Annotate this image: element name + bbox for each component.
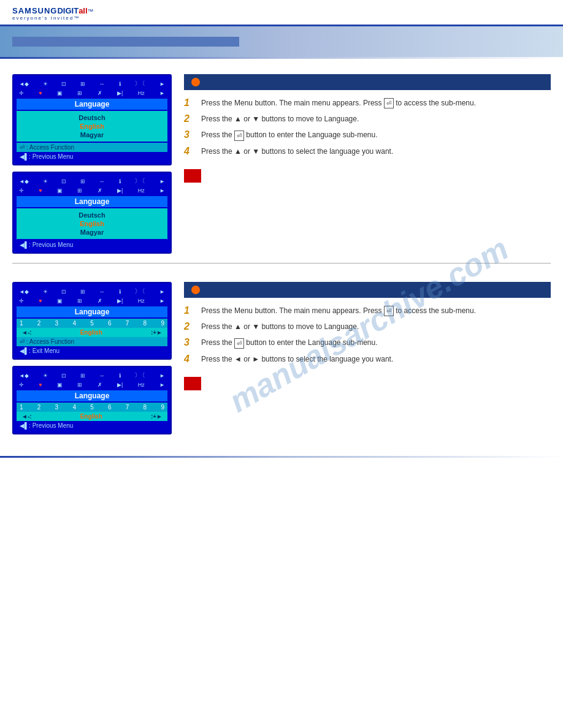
slider-left-2: ◄-: [21,413,32,420]
step-2-1: 1 Press the Menu button. The main menu a… [184,305,551,316]
slider-left-1: ◄-: [21,329,32,336]
osd-slider-1: ◄-: English :+► [17,328,167,337]
step-num-2-4: 4 [184,354,196,365]
step-num-2-1: 1 [184,305,196,316]
step-text-1-2: Press the ▲ or ▼ buttons to move to Lang… [201,113,359,124]
osd-title-1: Language [17,99,167,110]
osd-prev-1: ◀▌: Previous Menu [17,152,167,161]
osd-icons-row-1: ◄◆ ☀ ⊡ ⊞ ↔ ℹ 〕〔 ► [17,78,167,89]
section-divider [12,263,551,264]
step-1-3: 3 Press the ⏎ button to enter the Langua… [184,129,551,140]
enter-icon-3: ⏎ [384,306,394,316]
section-1: ◄◆ ☀ ⊡ ⊞ ↔ ℹ 〕〔 ► ✛ ♥ ▣ ⊞ ✗ ▶| Hz [0,65,563,263]
osd-icon-hz: Hz [138,90,145,96]
section-1-header [184,74,551,90]
slider-right-1: :+► [151,329,163,336]
logo-area: SAMSUNG DIGITall ™ everyone's Invited™ [12,6,94,21]
osd-slider-2: ◄-: English :+► [17,412,167,421]
orange-dot-1 [191,78,200,86]
osd-icons-row-3: ◄◆☀⊡⊞↔ℹ〕〔► [17,176,167,186]
osd-icon-info: ℹ [119,81,121,87]
osd-item-english-1: English [21,122,163,131]
step-text-2-3: Press the ⏎ button to enter the Language… [201,337,378,348]
section-2: ◄◆☀⊡⊞↔ℹ〕〔► ✛♥▣⊞✗▶|Hz► Language 123456789… [0,273,563,444]
logo-subtitle: everyone's Invited™ [12,15,94,21]
osd-monitor-2: ◄◆☀⊡⊞↔ℹ〕〔► ✛♥▣⊞✗▶|Hz► Language Deutsch E… [12,172,172,254]
osd-icons-row-5: ◄◆☀⊡⊞↔ℹ〕〔► [17,286,167,297]
main-divider [0,57,563,59]
osd-content-2: Deutsch English Magyar [17,208,167,239]
osd-access-1: ⏎ : Access Function [17,143,167,152]
step-num-2-2: 2 [184,321,196,332]
section-2-header [184,282,551,298]
step-text-1-4: Press the ▲ or ▼ buttons to select the l… [201,146,393,157]
step-num-1-3: 3 [184,129,196,140]
header-bar [0,26,563,57]
red-square-1 [184,169,201,183]
osd-icon-brightness: ☀ [43,81,48,87]
footer-divider [0,456,563,458]
osd-icons-row-6: ✛♥▣⊞✗▶|Hz► [17,297,167,305]
digit-logo: DIGIT [57,6,79,15]
slider-label-2: English [80,413,102,420]
step-num-1-1: 1 [184,97,196,108]
osd-prev-4: ◀▌: Previous Menu [17,421,167,430]
instructions-2: 1 Press the Menu button. The main menu a… [184,282,551,434]
osd-title-3: Language [17,306,167,317]
osd-monitor-3: ◄◆☀⊡⊞↔ℹ〕〔► ✛♥▣⊞✗▶|Hz► Language 123456789… [12,282,172,360]
step-text-1-1: Press the Menu button. The main menu app… [201,97,476,108]
enter-icon-4: ⏎ [234,338,244,349]
enter-icon-2: ⏎ [234,131,244,141]
all-logo: all [79,6,87,15]
osd-icon-grid: ⊞ [77,90,82,96]
osd-access-2: ⏎ : Access Function [17,337,167,346]
step-text-1-3: Press the ⏎ button to enter the Language… [201,129,378,140]
osd-icon-size: ⊡ [61,81,66,87]
osd-icon-pos: ⊞ [80,81,85,87]
osd-content-1: Deutsch English Magyar [17,111,167,142]
osd-icon-heart: ♥ [39,90,42,96]
osd-icons-row-8: ✛♥▣⊞✗▶|Hz► [17,381,167,389]
red-square-2 [184,377,201,390]
instructions-1: 1 Press the Menu button. The main menu a… [184,74,551,254]
header-bar-title [12,37,239,47]
step-text-2-2: Press the ▲ or ▼ buttons to move to Lang… [201,321,359,332]
osd-nums-1: 123456789 [17,319,167,328]
orange-dot-2 [191,286,200,294]
step-text-2-4: Press the ◄ or ► buttons to select the l… [201,354,393,365]
osd-icons-row-7: ◄◆☀⊡⊞↔ℹ〕〔► [17,370,167,381]
red-indicator-2 [184,372,551,392]
osd-icon-arrow: ↔ [99,81,105,87]
osd-title-2: Language [17,196,167,207]
osd-icon-cross2: ✗ [98,90,102,96]
osd-column-1: ◄◆ ☀ ⊡ ⊞ ↔ ℹ 〕〔 ► ✛ ♥ ▣ ⊞ ✗ ▶| Hz [12,74,172,254]
osd-item-magyar-2: Magyar [21,228,163,237]
samsung-logo: SAMSUNG [12,6,57,15]
osd-icons-row-4: ✛♥▣⊞✗▶|Hz► [17,186,167,195]
osd-item-deutsch-1: Deutsch [21,113,163,122]
osd-monitor-4: ◄◆☀⊡⊞↔ℹ〕〔► ✛♥▣⊞✗▶|Hz► Language 123456789… [12,366,172,434]
osd-column-2: ◄◆☀⊡⊞↔ℹ〕〔► ✛♥▣⊞✗▶|Hz► Language 123456789… [12,282,172,434]
osd-icon-contrast: ◄◆ [19,81,29,87]
step-2-4: 4 Press the ◄ or ► buttons to select the… [184,354,551,365]
step-2-2: 2 Press the ▲ or ▼ buttons to move to La… [184,321,551,332]
step-1-4: 4 Press the ▲ or ▼ buttons to select the… [184,146,551,157]
osd-item-english-2: English [21,219,163,228]
osd-icon-square: ▣ [57,90,63,96]
osd-icons-row-2: ✛ ♥ ▣ ⊞ ✗ ▶| Hz ► [17,89,167,97]
step-2-3: 3 Press the ⏎ button to enter the Langua… [184,337,551,348]
slider-right-2: :+► [151,413,163,420]
step-1-1: 1 Press the Menu button. The main menu a… [184,97,551,108]
step-num-2-3: 3 [184,337,196,348]
osd-item-deutsch-2: Deutsch [21,211,163,219]
osd-monitor-1: ◄◆ ☀ ⊡ ⊞ ↔ ℹ 〕〔 ► ✛ ♥ ▣ ⊞ ✗ ▶| Hz [12,74,172,165]
step-1-2: 2 Press the ▲ or ▼ buttons to move to La… [184,113,551,124]
osd-exit-1: ◀▌: Exit Menu [17,346,167,355]
step-text-2-1: Press the Menu button. The main menu app… [201,305,476,316]
osd-nums-2: 123456789 [17,403,167,412]
red-indicator-1 [184,164,551,184]
osd-title-4: Language [17,390,167,401]
osd-item-magyar-1: Magyar [21,131,163,139]
enter-icon-1: ⏎ [384,98,394,108]
osd-prev-2: ◀▌: Previous Menu [17,240,167,249]
